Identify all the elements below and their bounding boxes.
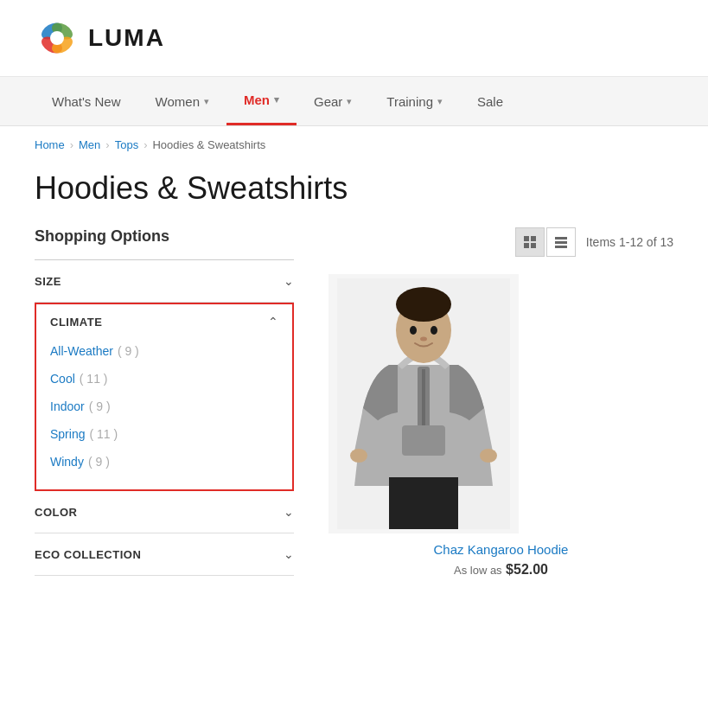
nav-item-training[interactable]: Training▾ [369, 79, 460, 125]
product-card: Chaz Kangaroo Hoodie As low as $52.00 [328, 274, 673, 578]
svg-point-5 [50, 31, 64, 45]
site-header: LUMA [0, 0, 708, 77]
climate-options: All-Weather( 9 )Cool( 11 )Indoor( 9 )Spr… [50, 337, 278, 476]
breadcrumb-current: Hoodies & Sweatshirts [152, 138, 265, 151]
filter-option-count: ( 11 ) [89, 427, 118, 441]
nav-chevron: ▾ [347, 96, 352, 107]
breadcrumb-link[interactable]: Tops [115, 138, 138, 151]
filter-option: Indoor( 9 ) [50, 393, 278, 420]
nav-chevron: ▾ [437, 96, 443, 107]
svg-rect-10 [555, 237, 567, 239]
svg-point-21 [420, 337, 427, 342]
breadcrumb-sep: › [70, 138, 73, 151]
filter-color-label: COLOR [35, 506, 77, 519]
svg-point-20 [431, 326, 437, 335]
nav-item-whats-new[interactable]: What's New [35, 79, 138, 125]
svg-rect-11 [555, 241, 567, 244]
filter-color: COLOR ⌄ [35, 491, 294, 533]
view-toggles [515, 227, 576, 257]
filter-size-label: SIZE [35, 275, 61, 288]
nav-chevron: ▾ [274, 94, 279, 105]
filter-size-header[interactable]: SIZE ⌄ [35, 260, 294, 302]
filter-option-name[interactable]: Cool [50, 372, 75, 386]
grid-icon [523, 235, 537, 249]
breadcrumb-sep: › [105, 138, 109, 151]
filter-color-chevron: ⌄ [284, 505, 294, 519]
filter-option-count: ( 11 ) [80, 372, 108, 386]
page-title: Hoodies & Sweatshirts [0, 163, 708, 227]
nav-item-sale[interactable]: Sale [460, 79, 520, 125]
nav-item-women[interactable]: Women▾ [138, 79, 226, 125]
svg-rect-15 [422, 369, 425, 434]
filter-eco-chevron: ⌄ [284, 547, 294, 561]
filter-option: Spring( 11 ) [50, 420, 278, 448]
filter-color-header[interactable]: COLOR ⌄ [35, 491, 294, 533]
nav-item-gear[interactable]: Gear▾ [297, 79, 369, 125]
product-image-svg [337, 278, 510, 529]
logo-icon [35, 16, 80, 61]
breadcrumb-link[interactable]: Men [79, 138, 100, 151]
nav-item-men[interactable]: Men▾ [226, 77, 297, 125]
shopping-options-title: Shopping Options [35, 227, 294, 260]
filter-option-count: ( 9 ) [89, 399, 111, 413]
svg-point-22 [350, 449, 367, 463]
svg-rect-12 [555, 246, 567, 248]
logo[interactable]: LUMA [35, 16, 165, 61]
filter-option-name[interactable]: Spring [50, 427, 85, 441]
list-icon [554, 235, 568, 249]
filter-climate-header[interactable]: CLIMATE ⌃ [50, 315, 278, 329]
filter-option-name[interactable]: Windy [50, 455, 84, 469]
svg-point-23 [480, 449, 497, 463]
logo-text: LUMA [88, 24, 165, 52]
filter-option: All-Weather( 9 ) [50, 337, 278, 365]
nav-chevron: ▾ [204, 96, 209, 107]
svg-point-18 [396, 287, 451, 322]
filter-climate-chevron: ⌃ [268, 315, 278, 329]
product-price: $52.00 [506, 562, 548, 577]
product-image [328, 274, 519, 533]
product-price-label: As low as [454, 564, 502, 577]
filter-option: Cool( 11 ) [50, 365, 278, 393]
svg-rect-7 [531, 236, 536, 241]
breadcrumb-link[interactable]: Home [35, 138, 65, 151]
toolbar: Items 1-12 of 13 [328, 227, 673, 257]
breadcrumb-sep: › [144, 138, 147, 151]
filter-eco-label: ECO COLLECTION [35, 548, 141, 561]
filter-eco-header[interactable]: ECO COLLECTION ⌄ [35, 533, 294, 575]
filter-size: SIZE ⌄ [35, 260, 294, 303]
breadcrumb: Home›Men›Tops›Hoodies & Sweatshirts [0, 126, 708, 163]
filter-option: Windy( 9 ) [50, 448, 278, 476]
svg-point-19 [410, 326, 417, 335]
product-name[interactable]: Chaz Kangaroo Hoodie [328, 542, 673, 557]
grid-view-button[interactable] [515, 227, 545, 257]
filter-size-chevron: ⌄ [284, 274, 294, 288]
items-count: Items 1-12 of 13 [586, 235, 673, 249]
svg-rect-9 [531, 243, 536, 248]
svg-rect-8 [524, 243, 529, 248]
filter-eco: ECO COLLECTION ⌄ [35, 533, 294, 576]
filter-option-name[interactable]: Indoor [50, 399, 85, 413]
product-price-wrap: As low as $52.00 [328, 562, 673, 578]
filter-option-count: ( 9 ) [118, 344, 139, 358]
filter-option-count: ( 9 ) [88, 455, 110, 469]
filter-option-name[interactable]: All-Weather [50, 344, 113, 358]
filter-climate: CLIMATE ⌃ All-Weather( 9 )Cool( 11 )Indo… [35, 303, 294, 491]
product-area: Items 1-12 of 13 [328, 227, 673, 578]
list-view-button[interactable] [546, 227, 576, 257]
filter-climate-label: CLIMATE [50, 316, 102, 329]
svg-rect-16 [402, 425, 445, 456]
svg-rect-6 [524, 236, 529, 241]
main-nav: What's NewWomen▾Men▾Gear▾Training▾Sale [0, 77, 708, 126]
sidebar: Shopping Options SIZE ⌄ CLIMATE ⌃ All-We… [35, 227, 294, 578]
